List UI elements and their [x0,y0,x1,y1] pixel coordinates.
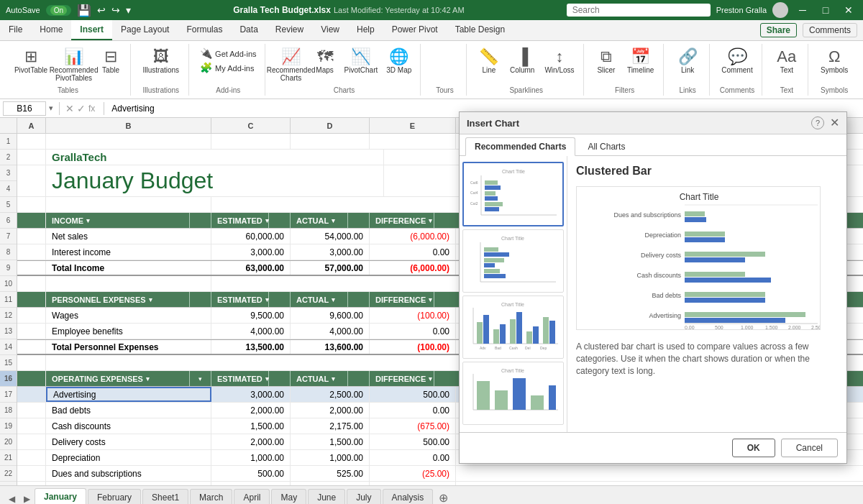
svg-rect-20 [484,274,506,278]
svg-text:Del: Del [525,346,531,350]
svg-rect-46 [549,385,556,410]
svg-text:Bad debts: Bad debts [652,292,681,299]
svg-text:Chart Title: Chart Title [501,236,524,241]
dialog-tab-bar: Recommended Charts All Charts [460,134,846,156]
svg-rect-26 [493,329,499,344]
svg-text:Dues and subscriptions: Dues and subscriptions [613,211,681,219]
chart-thumb-column[interactable]: Chart Title [462,295,564,359]
svg-text:Cat4: Cat4 [470,191,478,195]
svg-text:2,000: 2,000 [788,325,801,330]
svg-text:Depreciation: Depreciation [644,232,681,239]
svg-text:Cash: Cash [509,346,518,350]
svg-rect-63 [685,278,771,283]
dialog-close-button[interactable]: ✕ [830,117,839,129]
svg-rect-58 [685,232,725,237]
svg-rect-16 [484,252,509,257]
svg-rect-62 [685,272,745,277]
svg-text:Cat6: Cat6 [470,180,478,185]
dialog-tab-all[interactable]: All Charts [578,137,634,155]
svg-rect-33 [549,321,555,344]
svg-rect-64 [685,292,765,297]
svg-rect-44 [513,378,526,410]
svg-rect-5 [485,191,496,196]
svg-rect-7 [485,202,503,206]
svg-rect-65 [685,298,765,303]
svg-rect-8 [485,207,499,211]
svg-rect-28 [510,319,516,344]
dialog-footer: OK Cancel [460,432,846,463]
svg-rect-45 [531,395,544,410]
dialog-title: Insert Chart [467,118,519,129]
dialog-controls: ? ✕ [811,116,839,129]
svg-rect-32 [543,317,549,344]
svg-text:Chart Title: Chart Title [501,302,524,307]
svg-text:Dep: Dep [540,346,547,350]
svg-text:Adv: Adv [480,346,486,350]
insert-chart-dialog: Insert Chart ? ✕ Recommended Charts All … [459,111,847,464]
svg-text:Chart Title: Chart Title [680,192,719,202]
dialog-titlebar: Insert Chart ? ✕ [460,112,846,134]
dialog-help-button[interactable]: ? [811,116,824,129]
svg-rect-31 [533,326,539,344]
svg-rect-61 [685,257,745,262]
clustered-bar-mini-svg: Chart Title Cat6 Cat4 [467,166,560,220]
svg-text:1,500: 1,500 [765,325,778,330]
svg-rect-3 [485,180,498,185]
svg-text:500: 500 [715,325,723,330]
dialog-tab-recommended[interactable]: Recommended Charts [465,137,575,156]
svg-rect-30 [526,331,532,344]
svg-rect-6 [485,196,498,201]
svg-text:Advertising: Advertising [649,312,681,319]
svg-text:2,500: 2,500 [811,325,821,330]
svg-rect-56 [685,211,705,216]
chart-thumb-bar-2[interactable]: Chart Title [462,229,564,293]
svg-rect-29 [516,312,522,344]
cancel-button[interactable]: Cancel [781,439,838,457]
chart-type-title: Clustered Bar [576,165,838,178]
svg-rect-4 [485,185,501,190]
svg-rect-42 [477,381,490,410]
svg-rect-24 [477,322,483,344]
chart-preview-area: Clustered Bar Chart Title Dues and subsc… [567,156,846,432]
chart-thumb-column-2[interactable]: Chart Title [462,362,564,425]
dialog-body: Recommended Charts All Charts Chart Titl… [460,134,846,432]
column-mini-svg: Chart Title [466,299,560,353]
svg-rect-27 [500,324,506,344]
svg-rect-57 [685,217,706,222]
svg-text:Cat2: Cat2 [470,201,478,206]
dialog-overlay: Insert Chart ? ✕ Recommended Charts All … [0,0,863,504]
chart-description: A clustered bar chart is used to compare… [576,341,838,377]
chart-thumb-clustered-bar[interactable]: Chart Title Cat6 Cat4 [462,162,564,226]
svg-rect-25 [483,315,489,344]
svg-rect-59 [685,237,725,242]
svg-rect-18 [484,263,495,267]
svg-rect-17 [484,258,504,262]
svg-text:0.00: 0.00 [685,325,695,330]
svg-text:Cash discounts: Cash discounts [636,272,681,279]
chart-preview-svg: Chart Title Dues and subscriptions Depre… [576,186,821,330]
chart-list: Chart Title Cat6 Cat4 [460,156,567,432]
ok-button[interactable]: OK [732,439,775,457]
svg-text:Chart Title: Chart Title [501,368,524,373]
svg-rect-15 [484,247,498,252]
svg-text:Delivery costs: Delivery costs [641,252,682,259]
column-mini-svg2: Chart Title [466,365,560,419]
svg-rect-19 [484,269,500,273]
dialog-main-content: Chart Title Cat6 Cat4 [460,156,846,432]
svg-rect-67 [685,318,785,323]
svg-rect-66 [685,312,805,317]
svg-text:Chart Title: Chart Title [502,169,525,174]
svg-rect-43 [495,390,508,410]
svg-text:1,000: 1,000 [741,325,754,330]
bar-mini-svg2: Chart Title [466,233,560,287]
svg-text:Bad: Bad [495,346,501,350]
svg-rect-60 [685,252,765,257]
